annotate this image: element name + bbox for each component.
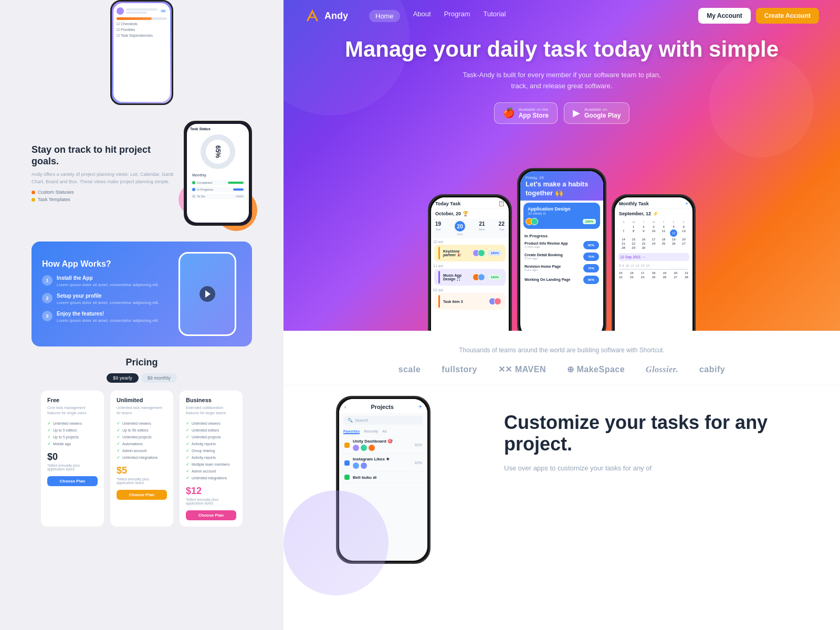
avatar-2 (478, 249, 485, 257)
customize-text: Customize your tasks for any project. Us… (483, 385, 840, 595)
nav-link-tutorial[interactable]: Tutorial (484, 10, 506, 22)
cust-proj-item-3: Beli buku di (339, 472, 427, 483)
choose-plan-business[interactable]: Choose Plan (186, 510, 236, 520)
time-label-2am: 02 am (431, 287, 509, 292)
cust-add-icon[interactable]: + (418, 403, 422, 411)
play-button[interactable] (200, 286, 215, 302)
plan-feature-biz-9: ✓Unlimited integrations (186, 475, 236, 481)
partner-maven: ✕✕ MAVEN (498, 364, 546, 374)
cal-g-12: 11 (659, 229, 668, 237)
proj-av-5 (361, 463, 367, 469)
hero-phones: Today Task 📋 October, 20 🏆 19 Sat 20 Sun (428, 168, 696, 331)
google-play-icon: ▶ (573, 107, 580, 119)
cust-tab-all[interactable]: All (382, 429, 386, 434)
bottom-content: Thousands of teams around the world are … (284, 331, 840, 630)
my-account-button[interactable]: My Account (698, 8, 751, 24)
prog-item-3: Revision Home Page 6 yrs ago 70% (520, 262, 603, 274)
status-label-progress: In Progress (197, 188, 213, 191)
cal-g-24: 23 (639, 242, 648, 245)
cust-search[interactable]: 🔍 Search (343, 416, 423, 425)
play-store-button[interactable]: ▶ Available on Google Play (564, 102, 629, 124)
nav-link-about[interactable]: About (413, 10, 431, 22)
right-phone-task-1: 12 Sep 2021 → (618, 253, 689, 261)
create-account-button[interactable]: Create Account (756, 8, 819, 24)
step-num-2: 2 (42, 293, 52, 303)
cal-h-fri: F (669, 220, 678, 224)
cal-h-tue: T (639, 220, 648, 224)
how-phone (178, 252, 236, 336)
app-store-button[interactable]: 🍎 Available on the App Store (494, 102, 558, 124)
cal-day-20: 20 Sun (455, 221, 465, 236)
monthly-label: Monthly (190, 172, 246, 178)
rp-tr2-4: 25 (652, 276, 656, 279)
mini-label-2: ☑ Priorities (117, 28, 167, 32)
task-item-keystone: Keystone partner 🎉 100% (434, 245, 506, 261)
choose-plan-free[interactable]: Choose Plan (47, 476, 98, 486)
plan-desc-free: Core task management features for single… (47, 405, 98, 416)
donut-chart-area: 65% (190, 133, 246, 170)
choose-plan-unlimited[interactable]: Choose Plan (117, 490, 167, 500)
rp-d7: 14 (646, 264, 649, 267)
status-bar-completed (228, 182, 244, 184)
task-name-3: Task item 3 (443, 300, 488, 303)
partners-logos: scale fullstory ✕✕ MAVEN ⊕ MakeSpace Glo… (304, 364, 819, 374)
donut-header: Task Status (190, 127, 246, 131)
mini-line-2 (126, 12, 147, 14)
prog-pct-2: 70% (588, 255, 594, 258)
rp-task-row-1: 15161718192021 (619, 271, 688, 275)
in-progress-label: In Progress (520, 231, 603, 239)
prog-info-3: Revision Home Page 6 yrs ago (524, 265, 580, 271)
rp-d5: 12 (636, 264, 639, 267)
feature-label-2: Task Templates (38, 197, 70, 202)
cust-back-icon[interactable]: ‹ (344, 404, 346, 410)
step-title-3: Enjoy the features! (57, 311, 159, 317)
cal-g-2: 1 (629, 225, 638, 228)
svg-text:65%: 65% (214, 145, 222, 158)
cal-g-18: 17 (649, 238, 658, 241)
cal-g-21: 20 (679, 238, 688, 241)
how-step-1: 1 Install the App Lorem ipsum dolor sit … (42, 275, 171, 288)
plan-name-free: Free (47, 397, 98, 403)
rp-task-row-2: 22232425262728 (619, 276, 688, 279)
plan-price-unlimited: $5 (117, 465, 167, 476)
step-num-1: 1 (42, 275, 52, 286)
cust-proj-count-2: 82% (415, 461, 422, 465)
cal-g-23: 22 (629, 242, 638, 245)
cust-screen-header: ‹ Projects + (339, 399, 427, 413)
top-phone-section: 300 ☑ Checklists ☑ Priorities ☑ Task Dep… (32, 0, 252, 105)
donut-phone: Task Status 65% Monthly (184, 121, 252, 226)
phone-left-title: Today Task (435, 201, 460, 206)
cal-g-3: 2 (639, 225, 648, 228)
plan-desc-unlimited: Unlimited task management for teams (117, 405, 167, 416)
mini-progress-1 (117, 17, 167, 20)
toggle-yearly[interactable]: $9 yearly (107, 373, 139, 383)
cust-tab-recently[interactable]: Recently (364, 429, 378, 434)
hero-subtitle: Task-Andy is built for every member if y… (462, 70, 662, 92)
cp-title: Let's make a habits together 🙌 (526, 180, 598, 198)
nav-link-home[interactable]: Home (369, 10, 400, 22)
prog-item-4: Working On Landing Page 80% (520, 274, 603, 286)
status-label-todo: To Do (197, 195, 205, 198)
toggle-monthly[interactable]: $9 monthly (141, 373, 177, 383)
status-completed: Completed (190, 180, 246, 185)
cust-proj-count-1: 92% (415, 443, 422, 447)
rp-d3: 10 (626, 264, 629, 267)
cal-g-30: 29 (629, 246, 638, 249)
time-label-10am: 10 am (431, 238, 509, 244)
cust-tab-favorites[interactable]: Favorites (343, 429, 360, 434)
right-panel: Andy Home About Program Tutorial My Acco… (284, 0, 840, 630)
proj-av-1 (353, 445, 359, 451)
plan-period-business: *billed annually plus application taxes (186, 498, 236, 505)
phone-right-header: Monthly Task + (615, 197, 692, 209)
plan-features-free: ✓Unlimited viewers ✓Up to 5 editors ✓Up … (47, 420, 98, 447)
partners-title: Thousands of teams around the world are … (304, 346, 819, 354)
pricing-section: Pricing $9 yearly $9 monthly Free Core t… (32, 357, 252, 527)
left-panel: 300 ☑ Checklists ☑ Priorities ☑ Task Dep… (0, 0, 284, 630)
mini-line-1 (126, 8, 158, 10)
cal-g-5: 4 (659, 225, 668, 228)
play-store-name: Google Play (584, 112, 621, 119)
pricing-title: Pricing (32, 357, 252, 368)
nav-link-program[interactable]: Program (444, 10, 470, 22)
cust-proj-info-1: Unity Dashboard 🎯 (353, 439, 393, 451)
cust-proj-color-3 (344, 475, 350, 480)
